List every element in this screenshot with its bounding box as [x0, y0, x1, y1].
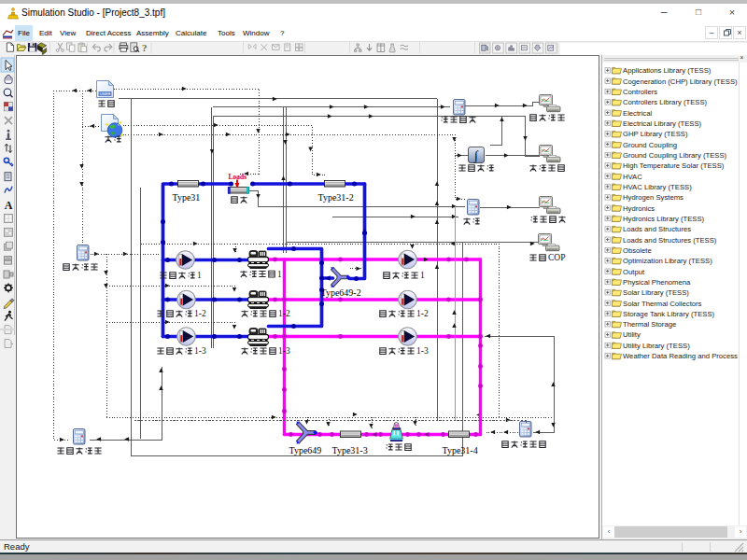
svg-text:Controllers Library (TESS): Controllers Library (TESS): [623, 98, 708, 106]
svg-text:HVAC Library (TESS): HVAC Library (TESS): [623, 183, 692, 191]
svg-text:Ground Coupling: Ground Coupling: [623, 141, 677, 149]
svg-text:Hydronics: Hydronics: [623, 204, 655, 213]
svg-text:High Temperature Solar (TESS): High Temperature Solar (TESS): [623, 161, 725, 170]
svg-text:Thermal Storage: Thermal Storage: [623, 320, 676, 329]
svg-text:Utility: Utility: [623, 330, 641, 339]
svg-text:Electrical: Electrical: [623, 109, 652, 118]
svg-text:Loads and Structures: Loads and Structures: [623, 225, 691, 233]
svg-text:HVAC: HVAC: [623, 173, 642, 181]
svg-text:Ground Coupling Library (TESS): Ground Coupling Library (TESS): [623, 151, 727, 160]
svg-text:Controllers: Controllers: [623, 88, 657, 96]
svg-text:Solar Library (TESS): Solar Library (TESS): [623, 288, 689, 297]
svg-text:Electrical Library (TESS): Electrical Library (TESS): [623, 119, 702, 128]
svg-text:Utility Library (TESS): Utility Library (TESS): [623, 342, 690, 350]
svg-text:Storage Tank Library (TESS): Storage Tank Library (TESS): [623, 310, 715, 318]
svg-text:Hydronics Library (TESS): Hydronics Library (TESS): [623, 215, 705, 223]
svg-text:Optimization Library (TESS): Optimization Library (TESS): [623, 257, 712, 265]
svg-text:Obsolete: Obsolete: [623, 246, 652, 255]
svg-text:Loads and Structures (TESS): Loads and Structures (TESS): [623, 236, 717, 245]
svg-text:Solar Thermal Collectors: Solar Thermal Collectors: [623, 300, 702, 308]
svg-text:Cogeneration (CHP) Library (TE: Cogeneration (CHP) Library (TESS): [623, 77, 738, 86]
svg-text:Applications Library (TESS): Applications Library (TESS): [623, 66, 712, 75]
svg-text:Physical Phenomena: Physical Phenomena: [623, 278, 691, 287]
svg-text:GHP Library (TESS): GHP Library (TESS): [623, 130, 688, 138]
svg-text:Hydrogen Systems: Hydrogen Systems: [623, 193, 684, 202]
svg-text:Output: Output: [623, 268, 645, 276]
svg-text:Weather Data Reading and Proce: Weather Data Reading and Process: [623, 352, 738, 360]
